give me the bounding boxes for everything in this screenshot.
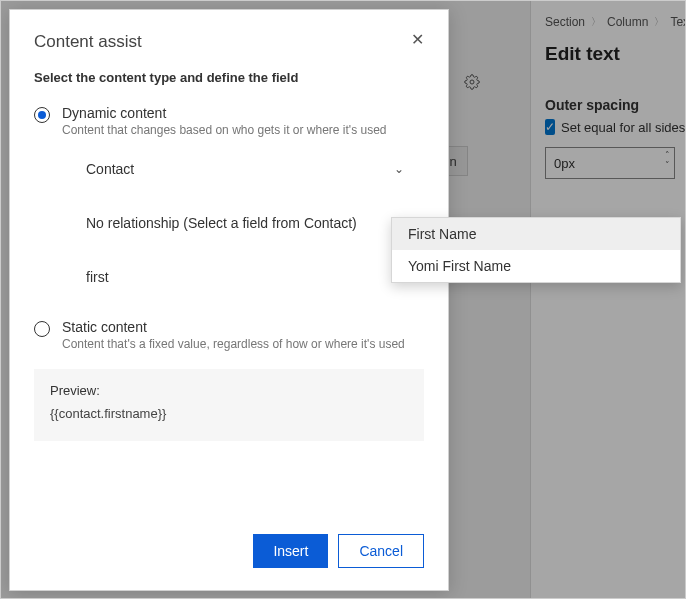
entity-value: Contact [86,161,134,177]
dynamic-desc: Content that changes based on who gets i… [62,123,387,137]
preview-label: Preview: [50,383,408,398]
dynamic-radio[interactable] [34,107,50,123]
entity-dropdown[interactable]: Contact ⌄ [82,151,412,187]
static-desc: Content that's a fixed value, regardless… [62,337,405,351]
chevron-down-icon: ⌄ [394,162,404,176]
autocomplete-item-label: Yomi First Name [408,258,511,274]
preview-value: {{contact.firstname}} [50,406,408,421]
field-search-input[interactable] [82,259,412,295]
field-autocomplete-popup: First Name Yomi First Name [391,217,681,283]
autocomplete-item[interactable]: First Name [392,218,680,250]
autocomplete-item-label: First Name [408,226,476,242]
modal-subtitle: Select the content type and define the f… [34,70,424,85]
cancel-button[interactable]: Cancel [338,534,424,568]
modal-title: Content assist [34,32,142,52]
close-button[interactable]: ✕ [411,32,424,48]
preview-box: Preview: {{contact.firstname}} [34,369,424,441]
static-label: Static content [62,319,405,335]
insert-button[interactable]: Insert [253,534,328,568]
content-assist-modal: Content assist ✕ Select the content type… [9,9,449,591]
dynamic-content-option[interactable]: Dynamic content Content that changes bas… [34,105,424,137]
relationship-value: No relationship (Select a field from Con… [86,215,357,231]
close-icon: ✕ [411,31,424,48]
static-content-option[interactable]: Static content Content that's a fixed va… [34,319,424,351]
relationship-dropdown[interactable]: No relationship (Select a field from Con… [82,205,412,241]
dynamic-label: Dynamic content [62,105,387,121]
autocomplete-item[interactable]: Yomi First Name [392,250,680,282]
static-radio[interactable] [34,321,50,337]
